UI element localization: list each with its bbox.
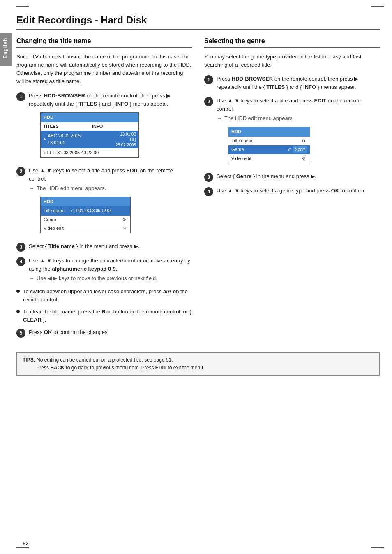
hdd-titles-screen: HDD TITLES INFO ★ ABC 28.02.2005 13:01:0… [40,112,139,158]
left-step-1: 1 Press HDD-BROWSER on the remote contro… [16,92,192,162]
left-step-3: 3 Select { Title name } in the menu and … [16,242,192,252]
left-column: Changing the title name Some TV channels… [16,37,192,343]
hdd-col-titles: TITLES [41,122,90,131]
right-step-2: 2 Use ▲ ▼ keys to select a title and pre… [204,97,380,167]
step-number-2: 2 [16,167,25,176]
left-intro-text: Some TV channels transmit the name of th… [16,53,192,86]
right-step-1: 1 Press HDD-BROWSER on the remote contro… [204,75,380,91]
hdd-row2-icon: ○ [43,151,45,155]
hdd-edit-genre-label: Genre [44,216,121,223]
hdd-genre-video-label: Video edit [231,155,300,162]
step-2-sub-note: → The HDD edit menu appears. [29,184,192,192]
hdd-genre-genre-icon: ⊙ [286,146,293,153]
bullet-1: To switch between upper and lower case c… [16,287,192,304]
step-1-content: Press HDD-BROWSER on the remote control,… [29,92,192,162]
left-section-heading: Changing the title name [16,37,192,48]
step-3-content: Select { Title name } in the menu and pr… [29,242,139,250]
hdd-genre-genre-value: Sport [293,146,307,153]
step-4-content: Use ▲ ▼ keys to change the character/num… [29,257,192,283]
hdd-titles-row-header: TITLES INFO [41,122,138,131]
hdd-row1-text: ABC 28.02.2005 13:01:00 [48,132,87,146]
right-step-1-content: Press HDD-BROWSER on the remote control,… [217,75,380,91]
hdd-edit-row-title: Title name ⊙ P01 28.03.05 12:04 [41,206,130,215]
step-number-4: 4 [16,257,25,266]
right-step-3: 3 Select { Genre } in the menu and press… [204,172,380,182]
hdd-titles-row-2: ○ EFG 31.03.2005 40:22:00 [41,148,138,157]
hdd-edit-screen: HDD Title name ⊙ P01 28.03.05 12:04 Genr… [40,197,131,233]
hdd-col-info: INFO [90,122,138,131]
hdd-genre-genre-label: Genre [231,146,286,153]
corner-decoration-tr [371,6,384,7]
corner-decoration-br [371,547,384,548]
hdd-genre-row-genre: Genre ⊙ Sport [228,145,310,154]
page: English Edit Recordings - Hard Disk Chan… [0,0,392,554]
hdd-edit-genre-icon: ⊙ [121,216,127,223]
right-step-number-3: 3 [204,173,213,182]
tips-line2-start: Press [36,365,50,371]
hdd-row1-right: 13:01:00HQ28.02.2005 [90,131,138,148]
hdd-edit-title-label: Title name [44,207,69,214]
hdd-edit-title-value: P01 28.03.05 12:04 [76,208,127,214]
step-5-content: Press OK to confirm the changes. [29,328,109,336]
hdd-titles-row-1: ★ ABC 28.02.2005 13:01:00 13:01:00HQ28.0… [41,131,138,148]
left-step-4: 4 Use ▲ ▼ keys to change the character/n… [16,257,192,283]
right-step-number-4: 4 [204,187,213,196]
right-step-4: 4 Use ▲ ▼ keys to select a genre type an… [204,187,380,196]
hdd-edit-title-icon: ⊙ [69,208,76,214]
tips-edit-bold: EDIT [155,365,166,371]
hdd-genre-row-video: Video edit ⊙ [228,154,310,163]
content-area: Edit Recordings - Hard Disk Changing the… [16,0,380,392]
bullet-1-text: To switch between upper and lower case c… [23,287,192,304]
hdd-edit-row-genre: Genre ⊙ [41,216,130,224]
bullet-2: To clear the title name, press the Red b… [16,308,192,324]
hdd-genre-header: HDD [228,127,310,137]
right-step-number-1: 1 [204,75,213,84]
tips-back-bold: BACK [50,365,65,371]
hdd-titles-header: HDD [41,113,138,122]
right-step-2-content: Use ▲ ▼ keys to select a title and press… [217,97,380,167]
tips-line1: No editing can be carried out on a prote… [37,357,173,363]
right-step-2-sub-note: → The HDD edit menu appears. [217,114,380,123]
right-step-3-content: Select { Genre } in the menu and press ▶… [217,172,316,181]
right-section-heading: Selecting the genre [204,37,380,48]
page-number: 62 [23,540,28,547]
two-column-layout: Changing the title name Some TV channels… [16,37,380,343]
step-number-1: 1 [16,92,25,101]
hdd-genre-video-icon: ⊙ [300,155,307,162]
left-step-5: 5 Press OK to confirm the changes. [16,328,192,338]
side-tab-english: English [0,33,12,66]
hdd-row2-text: ○ EFG 31.03.2005 40:22:00 [41,148,138,157]
corner-decoration-tl [16,6,29,7]
bullet-2-dot [16,310,20,313]
hdd-genre-title-icon: ⊙ [300,138,307,144]
right-step-number-2: 2 [204,97,213,106]
tips-box: TIPS: No editing can be carried out on a… [16,352,380,376]
hdd-genre-title-label: Title name [231,137,300,144]
hdd-edit-row-video: Video edit ⊙ [41,224,130,233]
right-intro-text: You may select the genre type provided i… [204,53,380,69]
step-number-3: 3 [16,243,25,252]
hdd-edit-video-label: Video edit [44,225,121,232]
tips-line2-rest: to go back to previous menu item. Press [65,365,155,371]
hdd-row1-icon: ★ [43,137,46,142]
page-title: Edit Recordings - Hard Disk [16,14,380,30]
step-2-content: Use ▲ ▼ keys to select a title and press… [29,167,192,237]
tips-label: TIPS: [23,357,35,363]
hdd-edit-video-icon: ⊙ [121,225,127,232]
hdd-edit-header: HDD [41,197,130,206]
bullet-1-dot [16,290,20,293]
hdd-genre-row-title: Title name ⊙ [228,137,310,145]
bullet-2-text: To clear the title name, press the Red b… [23,308,192,324]
hdd-row1-content: ★ ABC 28.02.2005 13:01:00 [41,131,90,148]
corner-decoration-bl [16,547,29,548]
step-number-5: 5 [16,329,25,338]
right-step-4-content: Use ▲ ▼ keys to select a genre type and … [217,187,365,195]
step-4-sub-note: → Use ◀ ▶ keys to move to the previous o… [29,274,192,283]
hdd-genre-screen: HDD Title name ⊙ Genre ⊙ Sport [228,127,310,163]
tips-line2-end: to exit the menu. [166,365,204,371]
right-column: Selecting the genre You may select the g… [204,37,380,201]
left-step-2: 2 Use ▲ ▼ keys to select a title and pre… [16,167,192,237]
